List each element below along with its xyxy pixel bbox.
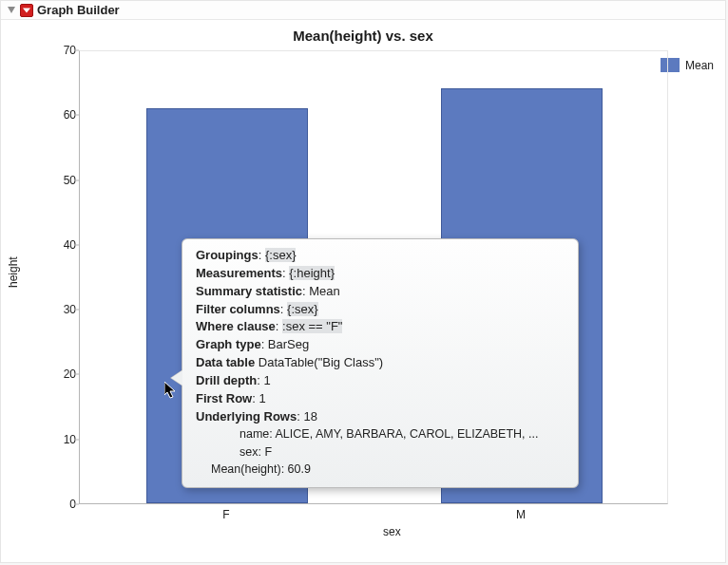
tt-filtercols-label: Filter columns — [196, 302, 280, 316]
tt-summarystat-value: Mean — [309, 284, 340, 298]
y-tick-label: 50 — [38, 174, 76, 187]
y-tick-label: 10 — [38, 433, 76, 446]
tt-drilldepth-label: Drill depth — [196, 373, 257, 387]
tt-firstrow-value: 1 — [259, 391, 265, 405]
svg-marker-1 — [23, 8, 30, 12]
tt-groupings-value: {:sex} — [265, 248, 297, 262]
x-tick-label: F — [222, 508, 229, 521]
x-tick-label: M — [516, 508, 526, 521]
panel-header: Graph Builder — [1, 1, 725, 20]
tt-groupings-label: Groupings — [196, 248, 259, 262]
tt-where-label: Where clause — [196, 319, 276, 333]
tt-underlying-value: 18 — [303, 409, 316, 424]
y-tick-label: 30 — [38, 303, 76, 316]
hover-tooltip: Groupings: {:sex} Measurements: {:height… — [182, 238, 579, 488]
tt-mean-row: Mean(height): 60.9 — [196, 461, 566, 478]
tt-name-row: name: ALICE, AMY, BARBARA, CAROL, ELIZAB… — [196, 425, 566, 443]
graph-builder-panel: Graph Builder Mean(height) vs. sex Mean … — [0, 0, 726, 563]
tt-measurements-label: Measurements — [196, 266, 282, 280]
disclosure-triangle-icon[interactable] — [7, 6, 16, 15]
tt-datatable-label: Data table — [196, 355, 255, 369]
y-tick-label: 0 — [38, 498, 76, 511]
y-tick-label: 70 — [38, 44, 76, 57]
tt-measurements-value: {:height} — [289, 266, 335, 280]
y-tick-label: 40 — [38, 238, 76, 252]
tt-firstrow-label: First Row — [196, 391, 252, 405]
tt-sex-row: sex: F — [196, 443, 566, 461]
y-tick-label: 60 — [38, 108, 76, 122]
tt-filtercols-value: {:sex} — [287, 302, 318, 316]
tt-drilldepth-value: 1 — [264, 373, 271, 387]
panel-title: Graph Builder — [37, 3, 120, 17]
y-tick-label: 20 — [38, 367, 76, 381]
tt-summarystat-label: Summary statistic — [196, 284, 302, 298]
tt-datatable-value: DataTable("Big Class") — [259, 355, 383, 369]
svg-marker-0 — [8, 7, 15, 13]
tooltip-pointer-icon — [171, 370, 182, 386]
tt-underlying-label: Underlying Rows — [196, 409, 297, 424]
chart-title: Mean(height) vs. sex — [1, 22, 725, 46]
legend-label: Mean — [685, 59, 714, 72]
x-axis-label: sex — [383, 525, 401, 538]
panel-menu-button[interactable] — [20, 4, 33, 17]
tt-graphtype-label: Graph type — [196, 337, 261, 351]
y-axis-label: height — [7, 256, 20, 288]
tt-where-value: :sex == "F" — [282, 319, 342, 333]
tt-graphtype-value: BarSeg — [268, 337, 309, 351]
